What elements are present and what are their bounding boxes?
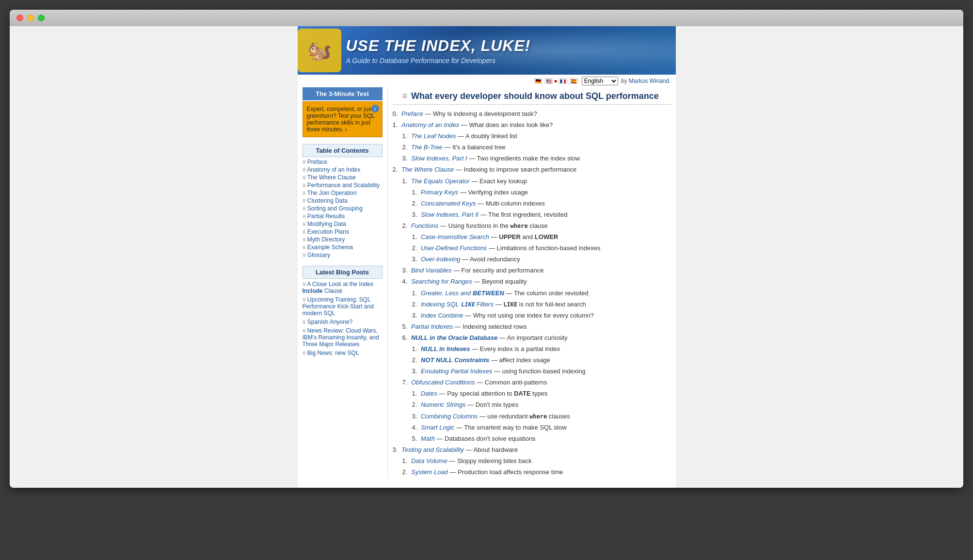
toc-link-anatomy[interactable]: Anatomy of an Index [401,121,459,128]
sidebar-item-join[interactable]: The Join Operation [303,189,383,197]
toc-item-ranges: 4. Searching for Ranges — Beyond equalit… [393,276,671,287]
toc-link-smart[interactable]: Smart Logic [421,424,454,431]
sidebar-item-glossary[interactable]: Glossary [303,251,383,259]
blog-section: Latest Blog Posts A Close Look at the In… [303,266,383,357]
page-title: What every developer should know about S… [411,91,659,101]
toc-link-where[interactable]: The Where Clause [401,166,454,173]
toc-item-emulate: 3. Emulating Partial Indexes — using fun… [393,366,671,377]
toc-link-bind[interactable]: Bind Variables [411,267,451,274]
toc-link-sysload[interactable]: System Load [411,468,448,476]
sidebar-item-example[interactable]: Example Schema [303,243,383,251]
toc-link-numeric[interactable]: Numeric Strings [421,401,465,408]
toc-item-overindex: 3. Over-Indexing — Avoid redundancy [393,254,671,265]
flag-es[interactable]: 🇪🇸 [569,78,578,84]
toc-item-not-null: 2. NOT NULL Constraints — affect index u… [393,355,671,366]
browser-window: 🐿️ USE THE INDEX, LUKE! A Guide to Datab… [10,10,963,488]
toc-link-case[interactable]: Case-Insensitive Search [421,233,489,240]
toc-link-partial-idx[interactable]: Partial Indexes [411,323,453,330]
toc-link-testing[interactable]: Testing and Scalability [401,446,464,453]
toc-item-obfuscated: 7. Obfuscated Conditions — Common anti-p… [393,377,671,388]
toc-link-functions[interactable]: Functions [411,222,438,229]
toc-item-slow1: 3. Slow Indexes, Part I — Two ingredient… [393,153,671,164]
blog-item-1[interactable]: A Close Look at the Index Include Clause [303,280,383,295]
sidebar-item-myth[interactable]: Myth Directory [303,236,383,243]
toc-item-testing: 3. Testing and Scalability — About hardw… [393,445,671,455]
blog-item-2[interactable]: Upcoming Training: SQL Performance Kick-… [303,295,383,318]
toc-link-obfuscated[interactable]: Obfuscated Conditions [411,379,475,386]
toc-item-numeric: 2. Numeric Strings — Don't mix types [393,400,671,410]
page-wrapper: 🐿️ USE THE INDEX, LUKE! A Guide to Datab… [298,26,676,488]
language-bar: 🇩🇪 🇺🇸 ● 🇫🇷 🇪🇸 English German French Span… [298,75,676,87]
section-icon: ≡ [402,91,408,101]
toc-item-datavol: 1. Data Volume — Sloppy indexing bites b… [393,456,671,466]
banner-title: USE THE INDEX, LUKE! [346,37,676,55]
toc-item-combine: 3. Index Combine — Why not using one ind… [393,310,671,321]
sidebar-item-clustering[interactable]: Clustering Data [303,197,383,205]
toc-link-combining[interactable]: Combining Columns [421,413,478,420]
toc-link-datavol[interactable]: Data Volume [411,457,447,464]
sidebar-item-anatomy[interactable]: Anatomy of an Index [303,166,383,174]
blog-item-4[interactable]: News Review: Cloud Wars, IBM's Renaming … [303,326,383,349]
toc-link-primary[interactable]: Primary Keys [421,189,458,196]
sidebar-item-sorting[interactable]: Sorting and Grouping [303,205,383,212]
flag-de[interactable]: 🇩🇪 [534,78,542,84]
blog-item-5[interactable]: Big News: new SQL [303,349,383,357]
language-select[interactable]: English German French Spanish Japanese [582,77,618,85]
toc-link-equals[interactable]: The Equals Operator [411,177,470,185]
info-icon[interactable]: i [371,105,379,112]
toc-item-sysload: 2. System Load — Production load affects… [393,467,671,478]
sidebar-item-partial[interactable]: Partial Results [303,212,383,220]
promo-box[interactable]: Expert, competent, or just a greenhorn? … [303,101,383,137]
toc-link-not-null[interactable]: NOT NULL Constraints [421,356,489,364]
toc-link-null-idx[interactable]: NULL in Indexes [421,345,470,352]
banner-text-area: USE THE INDEX, LUKE! A Guide to Database… [341,37,676,64]
squirrel-logo: 🐿️ [298,29,341,72]
sidebar-item-performance[interactable]: Performance and Scalability [303,181,383,189]
test-box-label: The 3-Minute Test [303,87,383,100]
toc-link-concat[interactable]: Concatenated Keys [421,200,476,207]
toc-item-functions: 2. Functions — Using functions in the wh… [393,221,671,231]
toc-link-preface[interactable]: Preface [401,110,423,117]
toc-item-where: 2. The Where Clause — Indexing to improv… [393,164,671,175]
sidebar-item-execution[interactable]: Execution Plans [303,228,383,236]
toc-item-concat: 2. Concatenated Keys — Multi-column inde… [393,198,671,209]
sidebar-item-preface[interactable]: Preface [303,158,383,166]
toc-link-emulate[interactable]: Emulating Partial Indexes [421,368,492,375]
blog-item-3[interactable]: Spanish Anyone? [303,318,383,326]
toc-item-dates: 1. Dates — Pay special attention to DATE… [393,388,671,399]
main-toc: 0. Preface — Why is indexing a developme… [393,109,671,478]
flag-jp[interactable]: ● [554,78,558,84]
maximize-button[interactable] [38,15,45,21]
author-link[interactable]: Markus Winand. [629,78,671,84]
flag-us[interactable]: 🇺🇸 [544,78,553,84]
toc-link-udf[interactable]: User-Defined Functions [421,244,487,252]
toc-item-primary: 1. Primary Keys — Verifying index usage [393,187,671,198]
toc-link-null-oracle[interactable]: NULL in the Oracle Database [411,334,497,341]
toc-link-overindex[interactable]: Over-Indexing [421,256,460,263]
toc-link-between[interactable]: Greater, Less and BETWEEN [421,289,504,297]
toc-link-btree[interactable]: The B-Tree [411,144,443,151]
sidebar-item-modifying[interactable]: Modifying Data [303,220,383,228]
sidebar-item-where[interactable]: The Where Clause [303,174,383,181]
page-title-area: ≡ What every developer should know about… [393,87,671,105]
toc-item-between: 1. Greater, Less and BETWEEN — The colum… [393,288,671,299]
minimize-button[interactable] [27,15,34,21]
toc-link-math[interactable]: Math [421,435,435,442]
toc-link-ranges[interactable]: Searching for Ranges [411,278,472,285]
toc-item-math: 5. Math — Databases don't solve equation… [393,433,671,444]
toc-item-btree: 2. The B-Tree — It's a balanced tree [393,142,671,153]
toc-item-smart: 4. Smart Logic — The smartest way to mak… [393,422,671,433]
content-area: ≡ What every developer should know about… [387,87,671,478]
close-button[interactable] [16,15,23,21]
toc-link-like[interactable]: Indexing SQL LIKE Filters [421,301,494,308]
title-bar [10,10,963,26]
toc-link-slow2[interactable]: Slow Indexes, Part II [421,211,479,218]
toc-link-combine[interactable]: Index Combine [421,312,463,319]
toc-item-like: 2. Indexing SQL LIKE Filters — LIKE is n… [393,299,671,310]
toc-item-leaf: 1. The Leaf Nodes — A doubly linked list [393,131,671,142]
flag-fr[interactable]: 🇫🇷 [558,78,567,84]
toc-link-leaf[interactable]: The Leaf Nodes [411,132,456,140]
toc-link-dates[interactable]: Dates [421,390,437,397]
toc-item-null-idx: 1. NULL in Indexes — Every index is a pa… [393,344,671,354]
toc-link-slow1[interactable]: Slow Indexes, Part I [411,155,467,162]
